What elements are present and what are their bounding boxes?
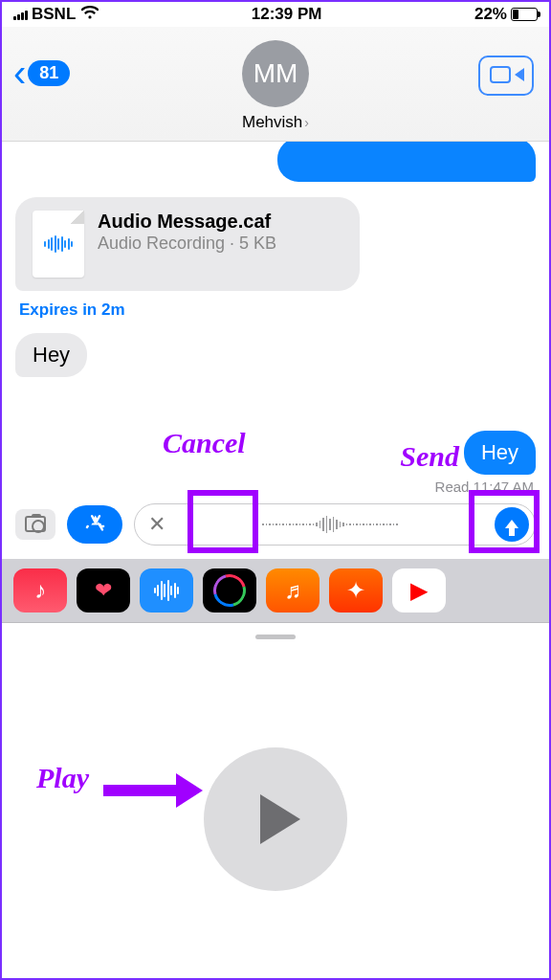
drag-handle[interactable] xyxy=(255,635,296,639)
cell-signal-icon xyxy=(13,9,28,20)
annotation-highlight-send xyxy=(469,490,540,553)
annotation-play: Play xyxy=(36,762,89,794)
chevron-left-icon: ‹ xyxy=(13,54,26,92)
chevron-right-icon: › xyxy=(304,115,309,130)
app-effects[interactable]: ✦ xyxy=(329,568,383,612)
nav-header: ‹ 81 MM Mehvish › xyxy=(2,27,549,142)
app-garageband[interactable]: ♬ xyxy=(266,568,320,612)
app-youtube[interactable]: ▶ xyxy=(392,568,446,612)
app-store-apps-button[interactable] xyxy=(67,505,122,544)
cancel-recording-button[interactable]: ✕ xyxy=(148,512,165,537)
incoming-message[interactable]: Hey xyxy=(15,333,87,377)
camera-icon xyxy=(25,516,46,532)
video-camera-icon xyxy=(490,66,522,85)
expires-label: Expires in 2m xyxy=(19,301,536,320)
contact-avatar[interactable]: MM xyxy=(242,40,309,107)
outgoing-message[interactable]: Hey xyxy=(464,431,536,475)
play-button[interactable] xyxy=(204,747,347,891)
annotation-cancel: Cancel xyxy=(163,427,246,459)
compose-row: ✕ xyxy=(2,494,549,559)
app-store-icon xyxy=(82,512,107,537)
carrier-label: BSNL xyxy=(32,5,76,24)
imessage-app-tray[interactable]: ♪ ❤ ♬ ✦ ▶ xyxy=(2,559,549,623)
audio-playback-panel xyxy=(2,623,549,979)
annotation-highlight-cancel xyxy=(187,490,258,553)
app-digital-touch[interactable]: ❤ xyxy=(77,568,130,612)
outgoing-message-partial xyxy=(277,142,536,182)
contact-name-label: Mehvish xyxy=(242,113,302,132)
annotation-arrow xyxy=(103,785,180,796)
status-bar: BSNL 12:39 PM 22% xyxy=(2,2,549,27)
contact-name-button[interactable]: Mehvish › xyxy=(242,113,309,132)
battery-pct: 22% xyxy=(474,5,507,24)
back-button[interactable]: ‹ 81 xyxy=(13,54,70,92)
audio-file-title: Audio Message.caf xyxy=(98,211,276,233)
unread-badge: 81 xyxy=(28,60,70,86)
audio-file-icon xyxy=(33,211,84,278)
clock: 12:39 PM xyxy=(252,5,322,24)
annotation-send: Send xyxy=(400,440,459,473)
battery-icon xyxy=(511,8,538,21)
wifi-icon xyxy=(81,5,99,24)
audio-file-subtitle: Audio Recording · 5 KB xyxy=(98,233,276,255)
facetime-video-button[interactable] xyxy=(478,56,534,96)
audio-attachment-bubble[interactable]: Audio Message.caf Audio Recording · 5 KB xyxy=(15,197,360,291)
camera-button[interactable] xyxy=(15,509,55,540)
app-drawing[interactable] xyxy=(203,568,256,612)
conversation-area[interactable]: Audio Message.caf Audio Recording · 5 KB… xyxy=(2,142,549,494)
play-icon xyxy=(260,794,300,844)
app-audio-recorder[interactable] xyxy=(140,568,193,612)
app-music[interactable]: ♪ xyxy=(13,568,67,612)
